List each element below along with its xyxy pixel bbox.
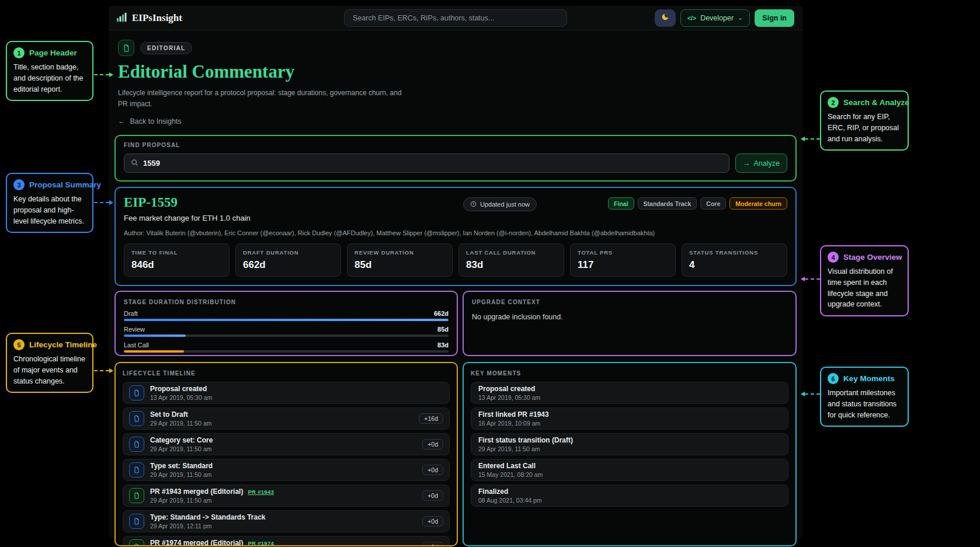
upgrade-context-title: UPGRADE CONTEXT xyxy=(472,299,787,305)
global-search-input[interactable] xyxy=(344,9,567,27)
status-badge: Core xyxy=(700,197,726,210)
proposal-search-field[interactable] xyxy=(124,154,729,173)
annotation-2-search-analyze: 2 Search & Analyze Search for any EIP, E… xyxy=(820,90,909,151)
file-icon xyxy=(129,462,144,478)
key-moment-item: First linked PR #1943 16 Apr 2019, 10:09… xyxy=(471,407,788,430)
pr-link[interactable]: PR #1974 xyxy=(248,540,274,546)
metric-value: 662d xyxy=(243,259,333,271)
stage-duration-panel: STAGE DURATION DISTRIBUTION Draft 662d xyxy=(114,291,458,356)
annotation-3-proposal-summary: 3 Proposal Summary Key details about the… xyxy=(6,173,93,233)
stage-bar-row: Last Call 83d xyxy=(124,342,449,353)
analyze-button[interactable]: → Analyze xyxy=(735,154,787,173)
timeline-event-date: 29 Apr 2019, 11:50 am xyxy=(150,471,213,478)
timeline-event-title: PR #1974 merged (Editorial) xyxy=(150,539,243,546)
proposal-summary-panel: EIP-1559 Fee market change for ETH 1.0 c… xyxy=(114,187,797,286)
delta-badge: +0d xyxy=(422,465,443,475)
developer-label: Developer xyxy=(700,14,734,22)
metric-value: 4 xyxy=(689,259,780,271)
topbar: EIPsInsight </> Developer ⌄ Sign in xyxy=(109,6,802,30)
delta-badge: +0d xyxy=(422,542,443,546)
theme-toggle-button[interactable] xyxy=(655,9,676,27)
code-icon: </> xyxy=(687,15,696,22)
timeline-event-title: Type: Standard -> Standards Track xyxy=(150,513,266,521)
delta-badge: +0d xyxy=(422,516,443,527)
stage-label: Last Call xyxy=(124,342,149,349)
stage-bar-track xyxy=(124,350,449,353)
proposal-search-input[interactable] xyxy=(143,159,722,168)
file-icon xyxy=(129,488,144,503)
delta-badge: +0d xyxy=(422,490,443,501)
timeline-event-title: Type set: Standard xyxy=(150,462,213,470)
annotation-number: 4 xyxy=(828,252,839,263)
timeline-item: Type set: Standard 29 Apr 2019, 11:50 am… xyxy=(123,459,450,481)
stage-bar-fill xyxy=(124,319,449,321)
key-moment-date: 16 Apr 2019, 10:09 am xyxy=(478,420,781,427)
page-title: Editorial Commentary xyxy=(118,61,797,82)
stage-label: Draft xyxy=(124,310,138,317)
key-moment-title: Entered Last Call xyxy=(478,462,781,470)
annotation-number: 6 xyxy=(828,373,839,384)
annotation-number: 3 xyxy=(13,179,25,190)
metric-label: STATUS TRANSITIONS xyxy=(689,249,780,256)
timeline-list: Proposal created 13 Apr 2019, 05:30 am xyxy=(123,382,450,546)
delta-badge: +0d xyxy=(422,439,443,450)
section-badge-row: EDITORIAL xyxy=(118,40,797,56)
timeline-item: Type: Standard -> Standards Track 29 Apr… xyxy=(123,510,450,532)
proposal-subtitle: Fee market change for ETH 1.0 chain xyxy=(124,214,787,222)
lifecycle-timeline-panel: LIFECYCLE TIMELINE Propos xyxy=(114,362,458,546)
metric-card: STATUS TRANSITIONS 4 xyxy=(682,243,787,277)
annotation-number: 1 xyxy=(13,47,25,58)
stage-bar-fill xyxy=(124,350,184,353)
key-moment-date: 29 Apr 2019, 11:50 am xyxy=(478,445,781,452)
sign-in-button[interactable]: Sign in xyxy=(755,9,794,27)
status-badge: Moderate churn xyxy=(729,197,787,210)
annotation-4-arrow xyxy=(805,278,820,280)
timeline-item: PR #1974 merged (Editorial) PR #1974 29 … xyxy=(123,536,450,546)
back-to-insights-link[interactable]: ← Back to Insights xyxy=(118,117,182,126)
search-icon xyxy=(131,158,138,169)
find-proposal-label: FIND PROPOSAL xyxy=(124,142,787,148)
timeline-item: Category set: Core 29 Apr 2019, 11:50 am… xyxy=(123,433,450,455)
upgrade-context-message: No upgrade inclusion found. xyxy=(472,313,787,321)
app-logo[interactable]: EIPsInsight xyxy=(117,12,182,24)
developer-menu-button[interactable]: </> Developer ⌄ xyxy=(680,9,750,27)
page-content: EDITORIAL Editorial Commentary Lifecycle… xyxy=(109,40,802,546)
metric-label: TIME TO FINAL xyxy=(131,249,222,256)
stage-bar-fill xyxy=(124,335,186,337)
annotation-number: 2 xyxy=(828,97,839,108)
timeline-event-date: 29 Apr 2019, 12:11 pm xyxy=(150,522,266,529)
app-window: EIPsInsight </> Developer ⌄ Sign in xyxy=(109,6,802,538)
metric-label: LAST CALL DURATION xyxy=(466,249,557,256)
timeline-event-title: PR #1943 merged (Editorial) xyxy=(150,487,243,496)
timeline-item: Set to Draft 29 Apr 2019, 11:50 am +16d xyxy=(123,407,450,430)
key-moment-item: Proposal created 13 Apr 2019, 05:30 am xyxy=(471,382,788,404)
key-moment-item: Entered Last Call 15 May 2021, 08:20 am xyxy=(471,459,788,481)
annotation-3-arrow xyxy=(94,202,109,203)
document-icon xyxy=(118,40,134,56)
key-moment-title: Finalized xyxy=(478,487,781,496)
key-moments-list: Proposal created 13 Apr 2019, 05:30 am F… xyxy=(471,382,788,507)
timeline-event-date: 29 Apr 2019, 11:50 am xyxy=(150,497,274,504)
app-title: EIPsInsight xyxy=(132,12,182,24)
key-moment-item: Finalized 08 Aug 2021, 03:44 pm xyxy=(471,485,788,507)
author-line: Author: Vitalik Buterin (@vbuterin), Eri… xyxy=(124,229,787,236)
status-badge: Standards Track xyxy=(638,197,697,210)
key-moments-title: KEY MOMENTS xyxy=(471,370,788,377)
timeline-event-title: Set to Draft xyxy=(150,410,188,419)
pr-link[interactable]: PR #1943 xyxy=(248,489,274,495)
page-description: Lifecycle intelligence report for a prot… xyxy=(118,88,410,109)
metrics-row: TIME TO FINAL 846d DRAFT DURATION 662d R… xyxy=(124,243,787,277)
file-icon xyxy=(129,385,144,400)
annotation-5-lifecycle-timeline: 5 Lifecycle Timeline Chronological timel… xyxy=(6,333,93,393)
metric-value: 85d xyxy=(355,259,445,271)
key-moment-title: Proposal created xyxy=(478,385,781,393)
metric-card: DRAFT DURATION 662d xyxy=(235,243,341,277)
timeline-event-title: Proposal created xyxy=(150,385,207,393)
status-badge: Final xyxy=(608,197,634,210)
metric-label: DRAFT DURATION xyxy=(243,249,333,256)
delta-badge: +16d xyxy=(419,413,443,424)
stage-duration-bars: Draft 662d Review 85d xyxy=(124,310,449,353)
metric-value: 846d xyxy=(131,259,222,271)
chevron-down-icon: ⌄ xyxy=(738,14,743,22)
file-icon xyxy=(129,437,144,452)
